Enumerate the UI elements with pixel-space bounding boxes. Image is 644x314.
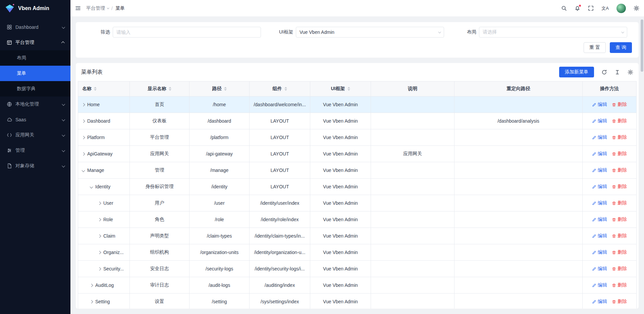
sidebar-item-platform-management[interactable]: 平台管理: [0, 35, 70, 50]
ui-framework-select[interactable]: Vue Vben Admin: [296, 27, 444, 38]
sort-control[interactable]: [169, 87, 171, 91]
delete-button[interactable]: 删除: [612, 167, 627, 173]
sidebar-item-layout[interactable]: 布局: [0, 50, 70, 66]
sort-control[interactable]: [94, 87, 97, 91]
translate-icon[interactable]: 文A: [601, 5, 609, 11]
table-row[interactable]: Home 首页 /home /dashboard/welcome/in... V…: [78, 97, 636, 113]
platform-icon: [7, 40, 12, 45]
delete-button[interactable]: 删除: [612, 266, 627, 272]
row-expand-icon[interactable]: [82, 119, 85, 123]
delete-button[interactable]: 删除: [612, 299, 627, 305]
edit-button[interactable]: 编辑: [592, 266, 607, 272]
search-icon[interactable]: [561, 5, 567, 11]
row-description: [371, 162, 454, 179]
edit-button[interactable]: 编辑: [592, 233, 607, 239]
row-expand-icon[interactable]: [98, 201, 101, 205]
table-row[interactable]: User 用户 /user /identity/user/index Vue V…: [78, 195, 636, 211]
edit-button[interactable]: 编辑: [592, 151, 607, 157]
sidebar-item-localization[interactable]: 本地化管理: [0, 97, 70, 112]
row-display-name: 声明类型: [130, 228, 190, 244]
edit-button[interactable]: 编辑: [592, 249, 607, 255]
reset-button[interactable]: 重 置: [584, 42, 606, 53]
table-row[interactable]: Organiz... 组织机构 /organization-units /ide…: [78, 244, 636, 261]
row-component: LAYOUT: [250, 146, 310, 162]
table-row[interactable]: Setting 设置 /setting /sys/settings/index …: [78, 294, 636, 309]
delete-button[interactable]: 删除: [612, 118, 627, 124]
edit-button[interactable]: 编辑: [592, 216, 607, 223]
row-expand-icon[interactable]: [82, 169, 85, 172]
row-name: Role: [103, 217, 113, 222]
row-height-icon[interactable]: [614, 69, 620, 75]
table-row[interactable]: Identity 身份标识管理 /identity LAYOUT Vue Vbe…: [78, 179, 636, 195]
delete-button[interactable]: 删除: [612, 282, 627, 288]
layout-select[interactable]: 请选择: [479, 27, 627, 38]
edit-button[interactable]: 编辑: [592, 118, 607, 124]
fullscreen-icon[interactable]: [588, 5, 594, 11]
row-redirect: [454, 244, 583, 261]
edit-button[interactable]: 编辑: [592, 282, 607, 288]
row-expand-icon[interactable]: [90, 284, 93, 287]
sort-control[interactable]: [224, 87, 227, 91]
scrollbar-thumb[interactable]: [641, 19, 643, 72]
sidebar-item-object-storage[interactable]: 对象存储: [0, 158, 70, 174]
column-settings-icon[interactable]: [628, 69, 633, 75]
notification-button[interactable]: [575, 5, 580, 11]
sidebar-item-dashboard[interactable]: Dashboard: [0, 19, 70, 35]
column-header-display-name: 显示名称: [130, 81, 190, 97]
row-expand-icon[interactable]: [98, 218, 101, 221]
edit-button[interactable]: 编辑: [592, 134, 607, 140]
refresh-icon[interactable]: [601, 69, 607, 75]
table-row[interactable]: Platform 平台管理 /platform LAYOUT Vue Vben …: [78, 129, 636, 146]
table-row[interactable]: Dashboard 仪表板 /dashboard LAYOUT Vue Vben…: [78, 113, 636, 129]
sidebar-item-saas[interactable]: Saas: [0, 112, 70, 127]
delete-button[interactable]: 删除: [612, 102, 627, 108]
delete-button[interactable]: 删除: [612, 249, 627, 255]
row-expand-icon[interactable]: [82, 103, 85, 106]
sidebar-item-data-dictionary[interactable]: 数据字典: [0, 81, 70, 97]
sidebar-item-api-gateway[interactable]: 应用网关: [0, 127, 70, 143]
row-framework: Vue Vben Admin: [310, 97, 371, 113]
delete-button[interactable]: 删除: [612, 233, 627, 239]
row-expand-icon[interactable]: [98, 234, 101, 238]
edit-button[interactable]: 编辑: [592, 184, 607, 190]
sort-control[interactable]: [347, 87, 350, 91]
edit-button[interactable]: 编辑: [592, 167, 607, 173]
sidebar-item-menu[interactable]: 菜单: [0, 66, 70, 81]
table-row[interactable]: AuditLog 审计日志 /audit-logs /auditing/inde…: [78, 277, 636, 294]
delete-button[interactable]: 删除: [612, 134, 627, 140]
edit-button[interactable]: 编辑: [592, 200, 607, 206]
sort-control[interactable]: [284, 87, 287, 91]
delete-button[interactable]: 删除: [612, 184, 627, 190]
row-expand-icon[interactable]: [90, 185, 93, 188]
sidebar-item-manage[interactable]: 管理: [0, 143, 70, 158]
table-row[interactable]: Role 角色 /role /identity/role/index Vue V…: [78, 211, 636, 228]
sidebar: Vben Admin Dashboard 平台管理 布局 菜单 数据字典 本地化…: [0, 0, 70, 314]
app-logo[interactable]: Vben Admin: [0, 0, 70, 17]
add-menu-button[interactable]: 添加新菜单: [559, 67, 594, 77]
row-expand-icon[interactable]: [98, 251, 101, 254]
row-path: /role: [190, 211, 250, 228]
breadcrumb-parent[interactable]: 平台管理: [86, 5, 109, 11]
row-expand-icon[interactable]: [82, 152, 85, 155]
row-redirect: [454, 261, 583, 277]
edit-button[interactable]: 编辑: [592, 299, 607, 305]
edit-pencil-icon: [592, 234, 596, 238]
query-button[interactable]: 查 询: [610, 42, 632, 53]
row-name: Dashboard: [87, 118, 110, 124]
delete-button[interactable]: 删除: [612, 216, 627, 223]
edit-button[interactable]: 编辑: [592, 102, 607, 108]
table-row[interactable]: Claim 声明类型 /claim-types /identity/claim-…: [78, 228, 636, 244]
row-expand-icon[interactable]: [90, 300, 93, 303]
settings-gear-icon[interactable]: [634, 5, 639, 11]
row-expand-icon[interactable]: [98, 267, 101, 270]
table-row[interactable]: Security... 安全日志 /security-logs /identit…: [78, 261, 636, 277]
row-expand-icon[interactable]: [82, 136, 85, 139]
delete-button[interactable]: 删除: [612, 151, 627, 157]
table-row[interactable]: Manage 管理 /manage LAYOUT Vue Vben Admin …: [78, 162, 636, 179]
filter-input[interactable]: [113, 27, 261, 38]
delete-button[interactable]: 删除: [612, 200, 627, 206]
avatar[interactable]: [616, 4, 626, 13]
sidebar-collapse-icon[interactable]: [75, 5, 81, 11]
row-framework: Vue Vben Admin: [310, 113, 371, 129]
table-row[interactable]: ApiGateway 应用网关 /api-gateway LAYOUT Vue …: [78, 146, 636, 162]
